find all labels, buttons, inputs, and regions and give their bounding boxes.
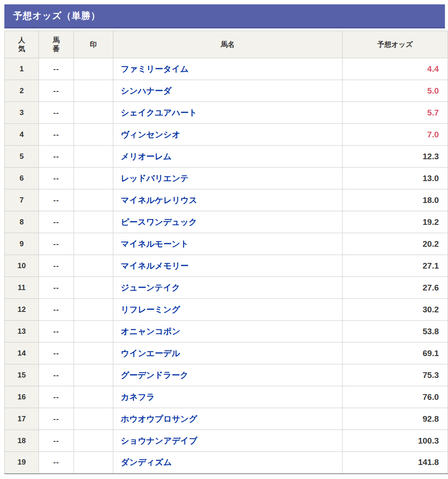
horse-name-link[interactable]: ジューンテイク	[113, 277, 343, 299]
panel-title-bar: 予想オッズ（単勝）	[4, 4, 445, 28]
col-header-odds: 予想オッズ	[343, 31, 448, 58]
mark-cell	[74, 189, 113, 211]
odds-cell: 13.0	[343, 168, 448, 189]
rank-cell: 13	[5, 321, 39, 343]
horse-number-cell: --	[39, 211, 74, 233]
rank-cell: 15	[5, 364, 39, 386]
horse-number-cell: --	[39, 277, 74, 299]
odds-cell: 20.2	[343, 233, 448, 255]
mark-cell	[74, 277, 113, 299]
odds-table: 人 気 馬 番 印 馬名 予想オッズ 1 -- ファミリータイム 4.4 2 -…	[4, 31, 448, 474]
col-header-number: 馬 番	[39, 31, 74, 58]
odds-panel: 予想オッズ（単勝） 人 気 馬 番 印 馬名 予想オッズ 1 -- ファミリータ…	[4, 4, 445, 474]
odds-cell: 19.2	[343, 211, 448, 233]
table-row: 5 -- メリオーレム 12.3	[5, 146, 448, 168]
table-row: 6 -- レッドバリエンテ 13.0	[5, 168, 448, 189]
header-row: 人 気 馬 番 印 馬名 予想オッズ	[5, 31, 448, 58]
horse-number-cell: --	[39, 299, 74, 321]
horse-number-cell: --	[39, 102, 74, 124]
mark-cell	[74, 452, 113, 474]
mark-cell	[74, 255, 113, 277]
table-row: 9 -- マイネルモーント 20.2	[5, 233, 448, 255]
mark-cell	[74, 364, 113, 386]
rank-cell: 12	[5, 299, 39, 321]
horse-number-cell: --	[39, 452, 74, 474]
horse-name-link[interactable]: ホウオウプロサング	[113, 408, 343, 430]
odds-cell: 141.8	[343, 452, 448, 474]
col-header-mark: 印	[74, 31, 113, 58]
mark-cell	[74, 168, 113, 189]
rank-cell: 2	[5, 80, 39, 102]
horse-name-link[interactable]: メリオーレム	[113, 146, 343, 168]
horse-name-link[interactable]: ショウナンアデイブ	[113, 430, 343, 452]
horse-name-link[interactable]: シェイクユアハート	[113, 102, 343, 124]
odds-cell: 4.4	[343, 58, 448, 80]
table-row: 17 -- ホウオウプロサング 92.8	[5, 408, 448, 430]
horse-number-cell: --	[39, 58, 74, 80]
horse-number-cell: --	[39, 343, 74, 364]
panel-title: 予想オッズ（単勝）	[13, 10, 100, 22]
rank-cell: 6	[5, 168, 39, 189]
horse-name-link[interactable]: ダンディズム	[113, 452, 343, 474]
table-row: 1 -- ファミリータイム 4.4	[5, 58, 448, 80]
mark-cell	[74, 58, 113, 80]
mark-cell	[74, 386, 113, 408]
col-header-name: 馬名	[113, 31, 343, 58]
horse-name-link[interactable]: カネフラ	[113, 386, 343, 408]
rank-cell: 9	[5, 233, 39, 255]
rank-cell: 4	[5, 124, 39, 146]
rank-cell: 11	[5, 277, 39, 299]
odds-cell: 27.1	[343, 255, 448, 277]
rank-cell: 16	[5, 386, 39, 408]
odds-cell: 30.2	[343, 299, 448, 321]
mark-cell	[74, 343, 113, 364]
mark-cell	[74, 321, 113, 343]
rank-cell: 7	[5, 189, 39, 211]
table-row: 7 -- マイネルケレリウス 18.0	[5, 189, 448, 211]
mark-cell	[74, 102, 113, 124]
horse-name-link[interactable]: ピースワンデュック	[113, 211, 343, 233]
rank-cell: 1	[5, 58, 39, 80]
odds-cell: 92.8	[343, 408, 448, 430]
odds-cell: 27.6	[343, 277, 448, 299]
table-row: 3 -- シェイクユアハート 5.7	[5, 102, 448, 124]
table-row: 19 -- ダンディズム 141.8	[5, 452, 448, 474]
mark-cell	[74, 146, 113, 168]
horse-name-link[interactable]: ヴィンセンシオ	[113, 124, 343, 146]
mark-cell	[74, 430, 113, 452]
odds-cell: 75.3	[343, 364, 448, 386]
rank-cell: 10	[5, 255, 39, 277]
rank-cell: 18	[5, 430, 39, 452]
table-row: 14 -- ウインエーデル 69.1	[5, 343, 448, 364]
horse-name-link[interactable]: マイネルモーント	[113, 233, 343, 255]
horse-name-link[interactable]: リフレーミング	[113, 299, 343, 321]
table-row: 18 -- ショウナンアデイブ 100.3	[5, 430, 448, 452]
rank-cell: 3	[5, 102, 39, 124]
horse-name-link[interactable]: マイネルケレリウス	[113, 189, 343, 211]
table-row: 4 -- ヴィンセンシオ 7.0	[5, 124, 448, 146]
rank-cell: 14	[5, 343, 39, 364]
rank-cell: 5	[5, 146, 39, 168]
horse-name-link[interactable]: ファミリータイム	[113, 58, 343, 80]
horse-name-link[interactable]: マイネルメモリー	[113, 255, 343, 277]
horse-number-cell: --	[39, 124, 74, 146]
table-row: 8 -- ピースワンデュック 19.2	[5, 211, 448, 233]
horse-name-link[interactable]: グーデンドラーク	[113, 364, 343, 386]
horse-number-cell: --	[39, 189, 74, 211]
horse-name-link[interactable]: レッドバリエンテ	[113, 168, 343, 189]
horse-name-link[interactable]: オニャンコポン	[113, 321, 343, 343]
odds-cell: 7.0	[343, 124, 448, 146]
mark-cell	[74, 408, 113, 430]
horse-number-cell: --	[39, 146, 74, 168]
horse-number-cell: --	[39, 255, 74, 277]
horse-number-cell: --	[39, 321, 74, 343]
horse-name-link[interactable]: シンハナーダ	[113, 80, 343, 102]
table-row: 13 -- オニャンコポン 53.8	[5, 321, 448, 343]
horse-number-cell: --	[39, 430, 74, 452]
horse-name-link[interactable]: ウインエーデル	[113, 343, 343, 364]
table-row: 12 -- リフレーミング 30.2	[5, 299, 448, 321]
table-row: 15 -- グーデンドラーク 75.3	[5, 364, 448, 386]
rank-cell: 8	[5, 211, 39, 233]
horse-number-cell: --	[39, 80, 74, 102]
odds-table-body: 1 -- ファミリータイム 4.4 2 -- シンハナーダ 5.0 3 -- シ…	[5, 58, 448, 474]
